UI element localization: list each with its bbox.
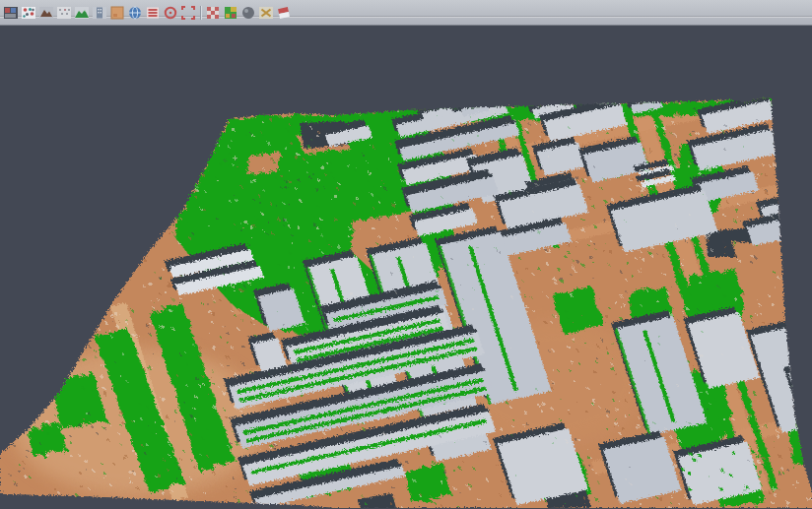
classification-colors-button[interactable] xyxy=(222,3,238,23)
building-model-icon xyxy=(92,5,107,21)
point-cloud-button[interactable] xyxy=(20,3,36,23)
app-window xyxy=(0,0,812,509)
point-settings-icon xyxy=(56,5,72,21)
grid-tiles-icon xyxy=(205,5,221,21)
toolbar-separator xyxy=(197,4,204,22)
clip-box-icon xyxy=(276,5,292,21)
terrain-icon xyxy=(38,5,54,21)
clip-box-button[interactable] xyxy=(275,3,292,23)
terrain-button[interactable] xyxy=(37,3,54,23)
pick-target-button[interactable] xyxy=(162,3,178,23)
classification-colors-icon xyxy=(223,5,238,21)
toolbar xyxy=(0,0,812,26)
measure-tool-icon xyxy=(258,5,274,21)
sphere-render-button[interactable] xyxy=(239,3,256,23)
open-project-icon xyxy=(3,5,19,21)
layers-button[interactable] xyxy=(144,3,161,23)
globe-view-button[interactable] xyxy=(126,3,143,23)
grid-tiles-button[interactable] xyxy=(204,3,221,23)
globe-view-icon xyxy=(127,5,143,21)
sphere-render-icon xyxy=(240,5,256,21)
orthophoto-button[interactable] xyxy=(108,3,125,23)
building-model-button[interactable] xyxy=(91,3,107,23)
point-cloud-scene xyxy=(0,26,812,508)
viewport-3d[interactable] xyxy=(0,26,812,508)
dem-surface-button[interactable] xyxy=(73,3,90,23)
pick-target-icon xyxy=(163,5,178,21)
point-settings-button[interactable] xyxy=(55,3,72,23)
open-project-button[interactable] xyxy=(2,3,19,23)
dem-surface-icon xyxy=(74,5,90,21)
rectangle-selection-icon xyxy=(180,5,196,21)
rectangle-selection-button[interactable] xyxy=(179,3,196,23)
orthophoto-icon xyxy=(109,5,125,21)
measure-tool-button[interactable] xyxy=(257,3,274,23)
layers-icon xyxy=(145,5,161,21)
point-cloud-icon xyxy=(21,5,36,21)
